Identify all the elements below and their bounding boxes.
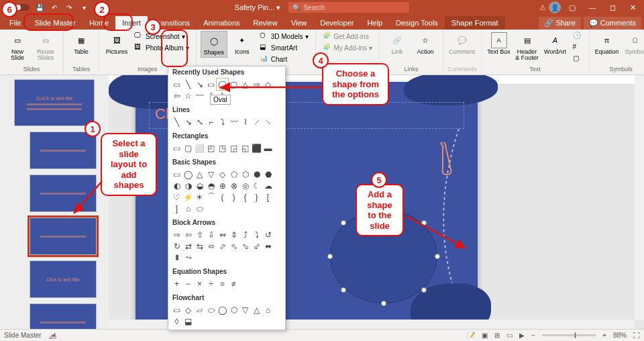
shape-line2[interactable]: ↘ (182, 116, 194, 128)
textbox-button[interactable]: AText Box (486, 31, 513, 56)
object-button[interactable]: ▢ (570, 54, 585, 64)
resize-handle[interactable] (327, 254, 333, 259)
close-button[interactable]: ✕ (624, 0, 641, 15)
shape-e1[interactable]: + (171, 278, 182, 289)
shape-b16[interactable]: ◎ (239, 180, 251, 191)
shape-rect[interactable]: ▭ (205, 79, 217, 90)
shape-a10[interactable]: ↻ (171, 240, 182, 252)
shape-b5[interactable]: ◇ (217, 168, 228, 180)
shape-oval[interactable]: ◯ (217, 79, 228, 90)
accessibility-icon[interactable]: 🦽 (48, 332, 56, 339)
shape-line3[interactable]: ⤡ (194, 116, 205, 128)
shape-a20[interactable]: ⤳ (182, 252, 194, 263)
shape-f8[interactable]: △ (251, 304, 262, 315)
share-button[interactable]: 🔗 Share (539, 17, 580, 30)
shape-b14[interactable]: ⊕ (217, 180, 228, 191)
shape-diamond[interactable]: ◇ (262, 79, 274, 90)
shape-f4[interactable]: ⬭ (205, 304, 217, 315)
shape-b17[interactable]: ☾ (251, 180, 262, 191)
shape-b12[interactable]: ◒ (194, 180, 205, 191)
shape-a7[interactable]: ⤴ (239, 229, 251, 240)
shape-b28[interactable]: ] (171, 203, 182, 214)
shape-b6[interactable]: ⬠ (228, 168, 239, 180)
shape-e6[interactable]: ≠ (228, 278, 239, 289)
zoom-out-button[interactable]: − (531, 332, 535, 339)
shape-r6[interactable]: ◲ (228, 142, 239, 154)
shape-arrow-line[interactable]: ↘ (194, 79, 205, 90)
new-slide-button[interactable]: ▭New Slide (4, 31, 31, 62)
save-icon[interactable]: 💾 (34, 2, 46, 13)
header-footer-button[interactable]: ▤Header & Footer (514, 31, 541, 62)
shape-triangle[interactable]: △ (239, 79, 251, 90)
layout-thumbnail-4[interactable]: Click to add title (30, 260, 97, 298)
shape-b9[interactable]: ⬣ (262, 168, 274, 180)
resize-handle[interactable] (341, 220, 346, 226)
shape-a2[interactable]: ⇦ (182, 229, 194, 240)
shape-f5[interactable]: ◯ (217, 304, 228, 315)
shape-star[interactable]: ☆ (182, 90, 194, 101)
shape-b7[interactable]: ⬡ (239, 168, 251, 180)
icons-button[interactable]: ✦Icons (229, 31, 256, 56)
layout-thumbnail-5[interactable] (30, 303, 97, 329)
shape-e2[interactable]: − (182, 278, 194, 289)
shape-f1[interactable]: ▭ (171, 304, 182, 315)
view-reading-icon[interactable]: ▭ (506, 332, 513, 339)
shape-a1[interactable]: ⇨ (171, 229, 182, 240)
shape-rrect[interactable]: ▢ (228, 79, 239, 90)
shape-f11[interactable]: ⬓ (182, 315, 194, 327)
slide-number-button[interactable]: # (570, 42, 585, 53)
shape-b30[interactable]: ⬭ (194, 203, 205, 214)
shape-a12[interactable]: ⇆ (194, 240, 205, 252)
qat-more-icon[interactable]: ▾ (78, 2, 90, 13)
smartart-button[interactable]: ⬓SmartArt (257, 42, 311, 53)
shape-b3[interactable]: △ (194, 168, 205, 180)
shape-b29[interactable]: ⌂ (182, 203, 194, 214)
shape-b11[interactable]: ◑ (182, 180, 194, 191)
shape-b20[interactable]: ⚡ (182, 191, 194, 203)
shape-r7[interactable]: ◱ (239, 142, 251, 154)
shapes-gallery-dropdown[interactable]: Recently Used Shapes ▭╲↘▭◯▢△⇨◇ ⇦☆〰{} Ova… (168, 66, 286, 330)
shape-e4[interactable]: ÷ (205, 278, 217, 289)
resize-handle[interactable] (381, 301, 386, 306)
view-normal-icon[interactable]: ▣ (482, 332, 488, 339)
layout-thumbnail-2[interactable] (30, 175, 97, 212)
shape-line6[interactable]: 〰 (228, 116, 239, 128)
shape-a5[interactable]: ⇔ (217, 229, 228, 240)
shape-b18[interactable]: ☁ (262, 180, 274, 191)
shape-line4[interactable]: ⌐ (205, 116, 217, 128)
shape-a3[interactable]: ⇧ (194, 229, 205, 240)
fit-to-window-button[interactable]: ⛶ (633, 332, 640, 339)
layout-thumbnail-3[interactable] (30, 217, 97, 255)
shape-b15[interactable]: ⊗ (228, 180, 239, 191)
shape-r1[interactable]: ▭ (171, 142, 182, 154)
tab-developer[interactable]: Developer (313, 16, 360, 30)
shape-r4[interactable]: ◰ (205, 142, 217, 154)
get-addins-button[interactable]: 🧩Get Add-ins (320, 31, 375, 42)
shape-a18[interactable]: ⬌ (262, 240, 274, 252)
3d-models-button[interactable]: ⬡3D Models ▾ (257, 31, 311, 42)
shape-b13[interactable]: ◓ (205, 180, 217, 191)
link-button[interactable]: 🔗Link (384, 31, 411, 56)
shape-a19[interactable]: ⬍ (171, 252, 182, 263)
equation-button[interactable]: πEquation (594, 31, 621, 56)
shape-r9[interactable]: ▬ (262, 142, 274, 154)
redo-icon[interactable]: ↷ (63, 2, 75, 13)
shape-line[interactable]: ╲ (182, 79, 194, 90)
shape-a14[interactable]: ⬀ (217, 240, 228, 252)
shape-a6[interactable]: ⇕ (228, 229, 239, 240)
shape-b21[interactable]: ☀ (194, 191, 205, 203)
notes-button[interactable]: 📝 (467, 332, 475, 339)
shape-b10[interactable]: ◐ (171, 180, 182, 191)
shape-r8[interactable]: ⬛ (251, 142, 262, 154)
shape-b24[interactable]: ) (228, 191, 239, 203)
shape-b4[interactable]: ▽ (205, 168, 217, 180)
shape-f7[interactable]: ▽ (239, 304, 251, 315)
resize-handle[interactable] (421, 287, 427, 293)
shape-a4[interactable]: ⇩ (205, 229, 217, 240)
my-addins-button[interactable]: 🧩My Add-ins ▾ (320, 42, 375, 53)
search-input[interactable]: 🔍 Search (288, 2, 409, 13)
shape-line9[interactable]: ⟍ (262, 116, 274, 128)
zoom-slider[interactable] (542, 334, 596, 336)
shape-a17[interactable]: ⬃ (251, 240, 262, 252)
shape-a13[interactable]: ⬄ (205, 240, 217, 252)
